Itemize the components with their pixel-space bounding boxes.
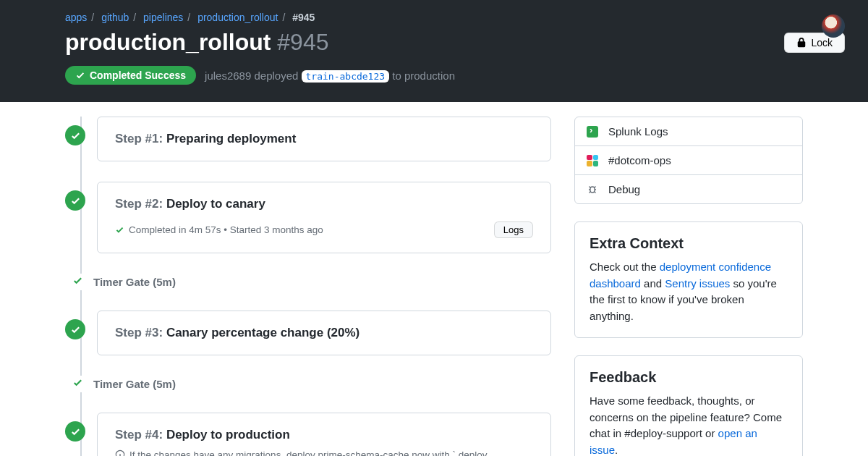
step-meta: Completed in 4m 57s • Started 3 months a… (115, 224, 323, 235)
bug-icon (587, 184, 598, 195)
sentry-issues-link[interactable]: Sentry issues (665, 277, 730, 290)
page-title: production_rollout #945 (65, 29, 328, 56)
info-icon (115, 449, 125, 456)
extra-context-body: Check out the deployment confidence dash… (590, 259, 788, 324)
feedback-title: Feedback (590, 369, 788, 386)
breadcrumb: apps/ github/ pipelines/ production_roll… (65, 12, 845, 23)
breadcrumb-link[interactable]: github (101, 12, 129, 23)
extra-context-card: Extra Context Check out the deployment c… (574, 221, 803, 338)
slack-icon (587, 155, 598, 166)
step-card[interactable]: Step #3: Canary percentage change (20%) (97, 311, 551, 355)
feedback-card: Feedback Have some feedback, thoughts, o… (574, 355, 803, 456)
breadcrumb-current: #945 (292, 12, 315, 23)
extra-context-title: Extra Context (590, 235, 788, 252)
logs-button[interactable]: Logs (494, 221, 533, 238)
gate-status-icon (72, 274, 83, 290)
step-card[interactable]: Step #4: Deploy to production If the cha… (97, 413, 551, 456)
commit-sha[interactable]: train-abcde123 (302, 70, 390, 83)
status-badge: Completed Success (65, 66, 196, 85)
timeline: Step #1: Preparing deployment Step #2: D… (65, 117, 551, 456)
step-note: If the changes have any migrations, depl… (115, 449, 488, 456)
check-icon (75, 70, 85, 80)
step-status-icon (65, 319, 85, 339)
check-icon (115, 225, 124, 235)
sidebar-links: Splunk Logs #dotcom-ops Debug (574, 117, 803, 204)
step-card[interactable]: Step #1: Preparing deployment (97, 117, 551, 161)
breadcrumb-link[interactable]: production_rollout (197, 12, 278, 23)
timer-gate-label: Timer Gate (5m) (93, 276, 176, 288)
sidebar-link-debug[interactable]: Debug (575, 174, 802, 203)
splunk-icon (587, 126, 598, 138)
lock-icon (796, 38, 807, 48)
timer-gate-label: Timer Gate (5m) (93, 378, 176, 390)
step-status-icon (65, 421, 85, 442)
breadcrumb-link[interactable]: pipelines (143, 12, 183, 23)
step-status-icon (65, 125, 85, 145)
sidebar-link-slack[interactable]: #dotcom-ops (575, 145, 802, 174)
step-card[interactable]: Step #2: Deploy to canary Completed in 4… (97, 182, 551, 253)
step-status-icon (65, 190, 85, 211)
avatar[interactable] (822, 14, 845, 38)
gate-status-icon (72, 376, 83, 392)
deploy-summary: jules2689 deployed train-abcde123 to pro… (205, 69, 455, 82)
breadcrumb-link[interactable]: apps (65, 12, 87, 23)
feedback-body: Have some feedback, thoughts, or concern… (590, 393, 788, 456)
sidebar-link-splunk[interactable]: Splunk Logs (575, 117, 802, 145)
